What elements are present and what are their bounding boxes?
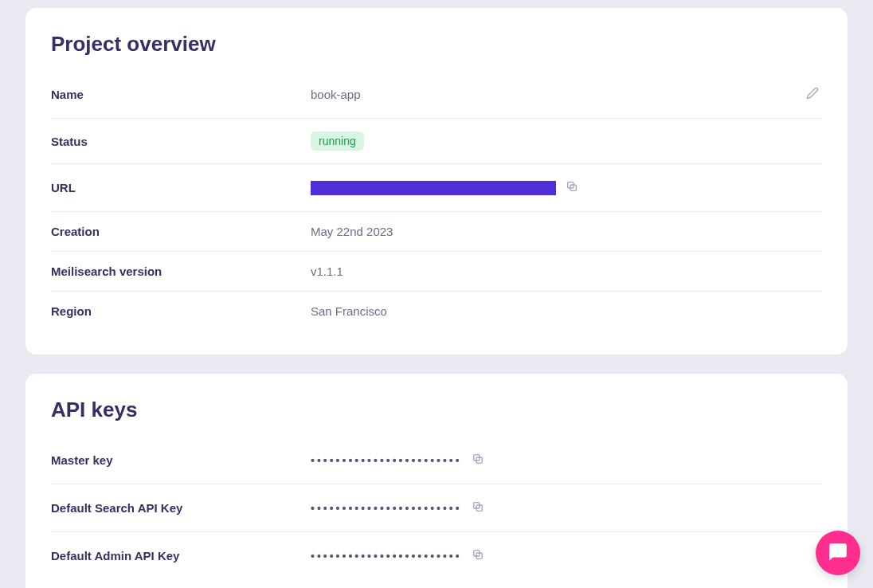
label-creation: Creation <box>51 225 311 238</box>
copy-icon <box>566 180 578 195</box>
project-overview-title: Project overview <box>51 32 822 57</box>
chat-icon <box>828 542 848 565</box>
row-name: Name book-app <box>51 71 822 119</box>
value-status: running <box>311 131 822 151</box>
row-url: URL <box>51 164 822 212</box>
api-keys-title: API keys <box>51 398 822 422</box>
row-search-key: Default Search API Key •••••••••••••••••… <box>51 484 822 532</box>
admin-key-masked: •••••••••••••••••••••••• <box>311 550 462 563</box>
edit-name-button[interactable] <box>803 84 822 105</box>
row-meilisearch-version: Meilisearch version v1.1.1 <box>51 252 822 292</box>
master-key-masked: •••••••••••••••••••••••• <box>311 454 462 467</box>
chat-fab-button[interactable] <box>816 531 860 575</box>
label-url: URL <box>51 181 311 194</box>
value-name: book-app <box>311 88 803 101</box>
copy-icon <box>472 548 484 563</box>
label-master-key: Master key <box>51 453 311 467</box>
label-region: Region <box>51 304 311 318</box>
label-meilisearch-version: Meilisearch version <box>51 265 311 278</box>
label-admin-key: Default Admin API Key <box>51 549 311 563</box>
value-meilisearch-version: v1.1.1 <box>311 265 822 278</box>
copy-icon <box>472 453 484 468</box>
copy-admin-key-button[interactable] <box>468 545 487 566</box>
row-master-key: Master key •••••••••••••••••••••••• <box>51 437 822 484</box>
value-master-key: •••••••••••••••••••••••• <box>311 449 822 471</box>
row-creation: Creation May 22nd 2023 <box>51 212 822 252</box>
label-search-key: Default Search API Key <box>51 501 311 515</box>
status-badge: running <box>311 131 364 151</box>
search-key-masked: •••••••••••••••••••••••• <box>311 502 462 515</box>
label-status: Status <box>51 135 311 148</box>
copy-master-key-button[interactable] <box>468 449 487 471</box>
url-redacted <box>311 181 556 195</box>
label-name: Name <box>51 88 311 101</box>
value-search-key: •••••••••••••••••••••••• <box>311 497 822 519</box>
row-admin-key: Default Admin API Key ••••••••••••••••••… <box>51 532 822 579</box>
value-url <box>311 177 822 198</box>
copy-url-button[interactable] <box>562 177 581 198</box>
api-keys-card: API keys Master key ••••••••••••••••••••… <box>25 374 848 588</box>
value-admin-key: •••••••••••••••••••••••• <box>311 545 822 566</box>
row-region: Region San Francisco <box>51 292 822 331</box>
pencil-icon <box>806 87 819 102</box>
copy-search-key-button[interactable] <box>468 497 487 519</box>
project-overview-card: Project overview Name book-app Status ru… <box>25 8 848 355</box>
value-region: San Francisco <box>311 304 822 318</box>
copy-icon <box>472 500 484 515</box>
row-status: Status running <box>51 119 822 164</box>
value-creation: May 22nd 2023 <box>311 225 822 238</box>
